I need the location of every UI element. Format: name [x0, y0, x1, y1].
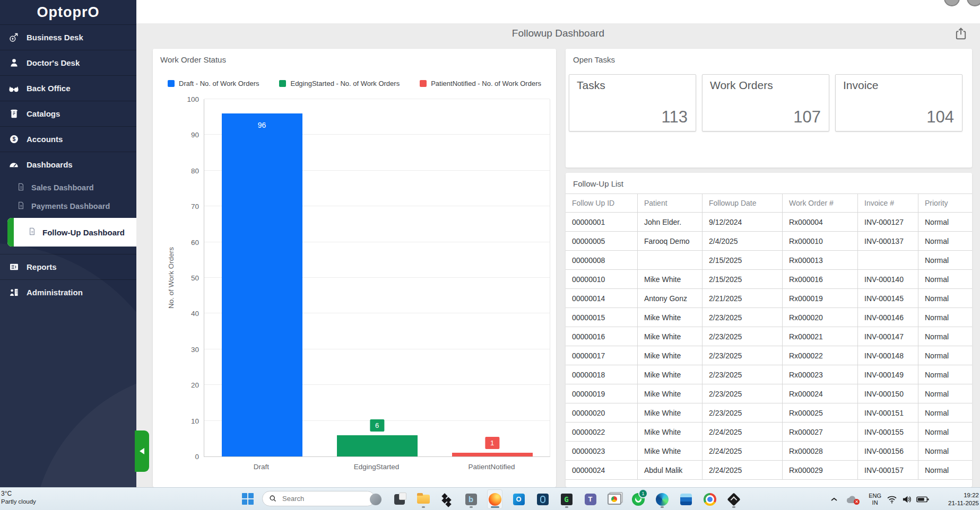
search-input[interactable]: [281, 494, 363, 503]
column-header[interactable]: Followup Date: [703, 194, 783, 213]
table-cell: Mike White: [638, 403, 703, 423]
table-cell: 00000020: [566, 403, 638, 423]
chrome-icon: [704, 493, 716, 506]
table-row[interactable]: 000000082/15/2025Rx000013Normal: [566, 251, 972, 270]
table-cell: 2/24/2025: [703, 423, 783, 442]
taskbar-icon-firefox[interactable]: [487, 489, 502, 509]
onedrive-error-icon[interactable]: ✕: [845, 495, 858, 504]
table-cell: Normal: [918, 442, 972, 461]
stat-card-label: Invoice: [843, 79, 879, 92]
table-row[interactable]: 00000010Mike White2/15/2025Rx000016INV-0…: [566, 270, 972, 289]
tray-chevron-up-icon[interactable]: [830, 497, 838, 502]
outlook-icon: [513, 494, 525, 505]
sidebar-empty-area: [0, 305, 136, 487]
table-row[interactable]: 00000020Mike White2/23/2025Rx000025INV-0…: [566, 403, 972, 423]
taskbar-icon-shield-app[interactable]: [535, 490, 550, 508]
share-export-icon[interactable]: [953, 27, 968, 41]
sidebar-item-business-desk[interactable]: Business Desk: [0, 24, 136, 50]
table-row[interactable]: 00000016Mike White2/23/2025Rx000021INV-0…: [566, 327, 972, 346]
legend-swatch: [279, 80, 286, 87]
open-tasks-stats: Tasks113Work Orders107Invoice104: [569, 74, 962, 131]
table-row[interactable]: 00000014Antony Gonz2/21/2025Rx000019INV-…: [566, 289, 972, 308]
column-header[interactable]: Work Order #: [783, 194, 858, 213]
taskbar-icon-virtual-desktop[interactable]: [392, 490, 406, 508]
table-cell: 2/23/2025: [703, 308, 783, 327]
table-row[interactable]: 00000019Mike White2/23/2025Rx000024INV-0…: [566, 384, 972, 403]
taskbar-icon-inkscape[interactable]: [726, 490, 741, 508]
column-header[interactable]: Invoice #: [858, 194, 918, 213]
taskbar-icon-dropbox[interactable]: [440, 490, 454, 508]
sidebar-item-administration[interactable]: Administration: [0, 279, 136, 305]
stat-card-invoice[interactable]: Invoice104: [835, 74, 962, 131]
table-cell: Rx000022: [783, 346, 858, 365]
language-indicator[interactable]: ENG IN: [869, 493, 881, 506]
table-cell: 00000001: [566, 213, 638, 232]
weather-temperature: 3°C: [1, 490, 36, 498]
table-row[interactable]: 00000005Farooq Demo2/4/2025Rx000010INV-0…: [566, 232, 972, 251]
volume-icon[interactable]: [901, 495, 912, 504]
taskbar-icon-edge[interactable]: [655, 490, 669, 508]
taskbar-icon-builder-b[interactable]: [464, 490, 478, 508]
sidebar-item-back-office[interactable]: Back Office: [0, 75, 136, 101]
column-header[interactable]: Priority: [918, 194, 972, 213]
clock-date: 21-11-2025: [939, 499, 979, 507]
table-row[interactable]: 00000024Abdul Malik2/24/2025Rx000029INV-…: [566, 461, 972, 480]
taskbar-icon-outlook[interactable]: [511, 490, 526, 508]
weather-widget[interactable]: 3°C Partly cloudy: [1, 490, 36, 506]
table-row[interactable]: 00000022Mike White2/24/2025Rx000027INV-0…: [566, 423, 972, 442]
taskbar-icon-chrome[interactable]: [703, 490, 717, 508]
sidebar-item-reports[interactable]: Reports: [0, 254, 136, 279]
sidebar-item-dashboards[interactable]: Dashboards: [0, 152, 136, 177]
table-cell: 2/23/2025: [703, 327, 783, 346]
table-row[interactable]: 00000017Mike White2/23/2025Rx000022INV-0…: [566, 346, 972, 365]
table-row[interactable]: 00000001John Elder.9/12/2024Rx000004INV-…: [566, 213, 972, 232]
taskbar-icon-file-explorer[interactable]: [416, 490, 430, 508]
chart-plot-area: 01020304050607080901009661: [204, 99, 550, 457]
sidebar-item-sales-dashboard[interactable]: Sales Dashboard: [0, 178, 136, 197]
table-cell: Mike White: [638, 327, 703, 346]
taskbar-icon-terminal-g[interactable]: [559, 490, 574, 508]
taskbar-search[interactable]: [262, 491, 375, 506]
sidebar-item-label: Administration: [27, 288, 83, 297]
table-row[interactable]: 00000015Mike White2/23/2025Rx000020INV-0…: [566, 308, 972, 327]
stat-card-work-orders[interactable]: Work Orders107: [702, 74, 829, 131]
legend-item[interactable]: PatientNotified - No. of Work Orders: [420, 80, 541, 87]
sidebar-item-followup-dashboard[interactable]: Follow-Up Dashboard: [7, 218, 136, 247]
table-cell: Normal: [918, 423, 972, 442]
clock-widget[interactable]: 19:22 21-11-2025: [939, 491, 980, 507]
doctors-desk-icon: [8, 57, 20, 69]
start-button[interactable]: [242, 493, 254, 505]
bar-value-label: 1: [485, 437, 499, 449]
column-header[interactable]: Follow Up ID: [566, 194, 638, 213]
y-axis-tick: 100: [177, 95, 199, 103]
sidebar-item-payments-dashboard[interactable]: Payments Dashboard: [0, 197, 136, 215]
table-cell: INV-000148: [858, 346, 918, 365]
stat-card-label: Tasks: [577, 79, 605, 92]
legend-item[interactable]: Draft - No. of Work Orders: [168, 80, 259, 87]
column-header[interactable]: Patient: [638, 194, 703, 213]
sidebar-item-label: Follow-Up Dashboard: [42, 228, 125, 237]
taskbar-icon-teams[interactable]: [583, 490, 597, 508]
stat-card-label: Work Orders: [710, 79, 773, 92]
system-tray: ✕ ENG IN 19:22 21-11-2025: [830, 488, 980, 510]
table-cell: Normal: [918, 365, 972, 384]
battery-icon[interactable]: [916, 496, 929, 503]
sidebar-item-accounts[interactable]: $Accounts: [0, 126, 136, 152]
legend-item[interactable]: EdgingStarted - No. of Work Orders: [279, 80, 400, 87]
table-row[interactable]: 00000018Mike White2/23/2025Rx000023INV-0…: [566, 365, 972, 384]
table-cell: 00000017: [566, 346, 638, 365]
taskbar-icon-whatsapp[interactable]: 1: [631, 490, 645, 508]
sidebar-item-catalogs[interactable]: Catalogs: [0, 101, 136, 126]
sidebar-item-doctors-desk[interactable]: Doctor's Desk: [0, 50, 136, 75]
table-cell: INV-000147: [858, 327, 918, 346]
taskbar-icon-circle-app[interactable]: [368, 490, 383, 508]
wifi-icon[interactable]: [887, 495, 897, 504]
app-logo: OptoprO: [0, 0, 136, 24]
sidebar-collapse-button[interactable]: [135, 430, 149, 472]
table-cell: Mike White: [638, 384, 703, 403]
taskbar-icon-mail-z[interactable]: [679, 490, 693, 508]
sidebar-nav: Business DeskDoctor's DeskBack OfficeCat…: [0, 24, 136, 487]
table-row[interactable]: 00000023Mike White2/24/2025Rx000028INV-0…: [566, 442, 972, 461]
stat-card-tasks[interactable]: Tasks113: [569, 74, 696, 131]
taskbar-icon-screenshot-tool[interactable]: [607, 490, 621, 508]
